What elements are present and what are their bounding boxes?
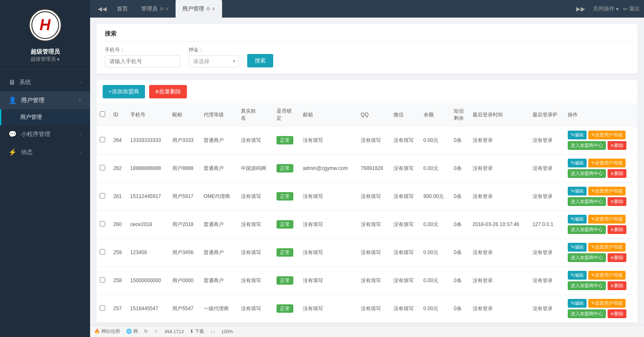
row-agent-level: OME代理商 xyxy=(200,183,238,211)
delete-button[interactable]: ⊕删除 xyxy=(608,225,626,234)
row-wechat: 没有填写 xyxy=(390,154,420,183)
row-last-ip: 没有登录 xyxy=(529,126,564,154)
row-real-name: 没有填写 xyxy=(238,267,273,295)
tab-admin[interactable]: 管理员 ⚙ ✕ xyxy=(134,0,176,18)
tab-home[interactable]: 首页 xyxy=(110,0,134,18)
sidebar-nav: 🖥 系统 › 👤 用户管理 ∨ 用户管理 💬 小程序管理 › xyxy=(0,69,90,337)
sidebar-username: 超级管理员 xyxy=(31,48,60,56)
edit-button[interactable]: ✎编辑 xyxy=(568,131,587,139)
edit-button[interactable]: ✎编辑 xyxy=(568,159,587,167)
set-level-button[interactable]: ✎设置用户等级 xyxy=(588,243,626,252)
tab-user-mgmt[interactable]: 用户管理 ⚙ ✕ xyxy=(176,0,222,18)
select-all-checkbox[interactable] xyxy=(100,111,105,117)
row-select-checkbox[interactable] xyxy=(100,305,105,311)
row-last-ip: 没有登录 xyxy=(529,239,564,267)
status-refresh[interactable]: ↻ xyxy=(144,329,148,334)
row-nickname: 用户3333 xyxy=(169,126,200,154)
row-nickname: 用户3456 xyxy=(169,239,200,267)
edit-button[interactable]: ✎编辑 xyxy=(568,243,587,252)
delete-button[interactable]: ⊕删除 xyxy=(608,281,626,290)
join-center-button[interactable]: 进入加盟商中心 xyxy=(568,253,606,262)
logout-btn[interactable]: ↩ 退出 xyxy=(623,5,640,13)
search-button[interactable]: 搜索 xyxy=(247,54,273,67)
row-real-name: 没有填写 xyxy=(238,295,273,323)
tab-admin-close[interactable]: ⚙ ✕ xyxy=(160,6,169,12)
row-checkbox[interactable] xyxy=(96,267,110,295)
row-select-checkbox[interactable] xyxy=(100,193,105,198)
delete-button[interactable]: ⊕删除 xyxy=(608,197,626,206)
row-balance: 0.00元 xyxy=(420,211,451,239)
row-real-name: 没有填写 xyxy=(238,126,273,154)
row-checkbox[interactable] xyxy=(96,183,110,211)
edit-button[interactable]: ✎编辑 xyxy=(568,187,587,196)
statusbar: 🔥 网站信用 🌐 网 ↻ ☆ IRA 1713 ⬇ 下载 ↓↑ 100% xyxy=(90,325,644,337)
set-level-button[interactable]: ✎设置用户等级 xyxy=(588,159,626,167)
row-select-checkbox[interactable] xyxy=(100,137,105,142)
row-phone: 15000000000 xyxy=(127,267,169,295)
row-checkbox[interactable] xyxy=(96,126,110,154)
edit-button[interactable]: ✎编辑 xyxy=(568,299,587,308)
row-select-checkbox[interactable] xyxy=(100,165,105,170)
sidebar-item-mini-prog[interactable]: 💬 小程序管理 › xyxy=(0,125,90,143)
row-nickname: 用户5917 xyxy=(169,183,200,211)
join-center-button[interactable]: 进入加盟商中心 xyxy=(568,141,606,150)
row-id: 258 xyxy=(110,267,127,295)
col-email: 邮箱 xyxy=(300,103,357,126)
row-locked: 正常 xyxy=(273,154,300,183)
row-wechat: 没有填写 xyxy=(390,126,420,154)
sidebar-role[interactable]: 超级管理员 ▾ xyxy=(31,56,59,63)
nav-prev-icon[interactable]: ◀◀ xyxy=(94,5,110,12)
row-checkbox[interactable] xyxy=(96,239,110,267)
edit-button[interactable]: ✎编辑 xyxy=(568,215,587,224)
table-toolbar: +添加加盟商 ⊕批量删除 xyxy=(96,80,638,103)
row-balance: 800.00元 xyxy=(420,183,451,211)
delete-button[interactable]: ⊕删除 xyxy=(608,169,626,178)
row-agent-level: 普通商户 xyxy=(200,267,238,295)
delete-button[interactable]: ⊕删除 xyxy=(608,309,626,318)
status-zoom: 100% xyxy=(221,329,233,334)
delete-button[interactable]: ⊕删除 xyxy=(608,253,626,262)
row-checkbox[interactable] xyxy=(96,211,110,239)
batch-delete-button[interactable]: ⊕批量删除 xyxy=(149,85,187,98)
table-row: 258 15000000000 用户0000 普通商户 没有填写 正常 没有填写… xyxy=(96,267,638,295)
row-real-name: 没有填写 xyxy=(238,183,273,211)
chat-icon: 💬 xyxy=(8,130,17,138)
close-ops-btn[interactable]: 关闭操作 ▾ xyxy=(593,5,619,13)
join-center-button[interactable]: 进入加盟商中心 xyxy=(568,281,606,290)
deposit-select[interactable]: 请选择 有押金 无押金 xyxy=(189,55,239,67)
row-last-time: 没有登录 xyxy=(469,295,529,323)
row-select-checkbox[interactable] xyxy=(100,221,105,226)
tab-user-mgmt-close[interactable]: ⚙ ✕ xyxy=(206,6,215,12)
sidebar-item-system[interactable]: 🖥 系统 › xyxy=(0,74,90,91)
sidebar-item-user-mgmt[interactable]: 👤 用户管理 ∨ xyxy=(0,91,90,109)
deposit-label: 押金： xyxy=(189,46,239,54)
col-phone: 手机号 xyxy=(127,103,169,126)
status-star[interactable]: ☆ xyxy=(154,329,158,334)
chevron-down-icon: ∨ xyxy=(78,98,82,103)
join-center-button[interactable]: 进入加盟商中心 xyxy=(568,197,606,206)
sidebar-item-user-list[interactable]: 用户管理 xyxy=(0,109,90,125)
sidebar-item-dynamic[interactable]: ⚡ 动态 › xyxy=(0,143,90,161)
row-agent-level: 一级代理商 xyxy=(200,295,238,323)
join-center-button[interactable]: 进入加盟商中心 xyxy=(568,309,606,318)
edit-button[interactable]: ✎编辑 xyxy=(568,271,587,280)
row-select-checkbox[interactable] xyxy=(100,249,105,255)
set-level-button[interactable]: ✎设置用户等级 xyxy=(588,187,626,196)
join-center-button[interactable]: 进入加盟商中心 xyxy=(568,169,606,178)
row-checkbox[interactable] xyxy=(96,154,110,183)
set-level-button[interactable]: ✎设置用户等级 xyxy=(588,299,626,308)
row-select-checkbox[interactable] xyxy=(100,277,105,283)
status-download[interactable]: ⬇ 下载 xyxy=(190,328,204,334)
user-mgmt-submenu: 用户管理 xyxy=(0,109,90,125)
set-level-button[interactable]: ✎设置用户等级 xyxy=(588,271,626,280)
row-checkbox[interactable] xyxy=(96,295,110,323)
row-balance: 0.00元 xyxy=(420,295,451,323)
set-level-button[interactable]: ✎设置用户等级 xyxy=(588,131,626,139)
row-phone: 18888888888 xyxy=(127,154,169,183)
phone-input[interactable] xyxy=(105,55,180,67)
add-alliance-button[interactable]: +添加加盟商 xyxy=(103,85,145,98)
set-level-button[interactable]: ✎设置用户等级 xyxy=(588,215,626,224)
delete-button[interactable]: ⊕删除 xyxy=(608,141,626,150)
join-center-button[interactable]: 进入加盟商中心 xyxy=(568,225,606,234)
nav-next-icon[interactable]: ▶▶ xyxy=(573,5,589,12)
